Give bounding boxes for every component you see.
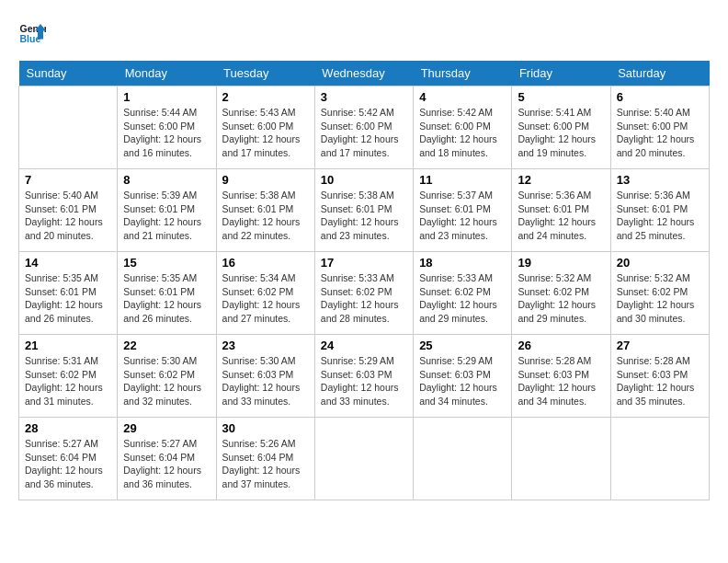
day-content: Sunrise: 5:42 AM Sunset: 6:00 PM Dayligh… [419,106,506,160]
weekday-header-thursday: Thursday [414,61,512,86]
day-number: 6 [617,90,703,104]
day-content: Sunrise: 5:26 AM Sunset: 6:04 PM Dayligh… [222,437,309,491]
calendar-cell: 28Sunrise: 5:27 AM Sunset: 6:04 PM Dayli… [19,418,118,500]
day-content: Sunrise: 5:39 AM Sunset: 6:01 PM Dayligh… [123,189,210,243]
logo: General Blue [18,18,48,46]
day-content: Sunrise: 5:34 AM Sunset: 6:02 PM Dayligh… [222,271,309,326]
day-number: 7 [25,173,111,187]
day-content: Sunrise: 5:41 AM Sunset: 6:00 PM Dayligh… [518,106,604,160]
day-number: 20 [617,256,703,270]
calendar-cell: 10Sunrise: 5:38 AM Sunset: 6:01 PM Dayli… [314,169,413,252]
day-number: 4 [419,90,506,104]
day-content: Sunrise: 5:30 AM Sunset: 6:03 PM Dayligh… [222,354,309,408]
calendar-cell: 21Sunrise: 5:31 AM Sunset: 6:02 PM Dayli… [19,335,118,418]
calendar-cell: 11Sunrise: 5:37 AM Sunset: 6:01 PM Dayli… [414,169,512,252]
day-content: Sunrise: 5:27 AM Sunset: 6:04 PM Dayligh… [25,437,111,491]
day-content: Sunrise: 5:29 AM Sunset: 6:03 PM Dayligh… [419,354,506,408]
day-content: Sunrise: 5:29 AM Sunset: 6:03 PM Dayligh… [321,354,407,408]
day-number: 29 [123,421,210,435]
calendar-cell: 9Sunrise: 5:38 AM Sunset: 6:01 PM Daylig… [216,169,314,252]
day-content: Sunrise: 5:27 AM Sunset: 6:04 PM Dayligh… [123,437,210,491]
calendar-cell [19,86,118,169]
calendar-cell: 25Sunrise: 5:29 AM Sunset: 6:03 PM Dayli… [414,335,512,418]
day-number: 23 [222,339,309,352]
calendar-cell: 3Sunrise: 5:42 AM Sunset: 6:00 PM Daylig… [314,86,413,169]
calendar-cell: 15Sunrise: 5:35 AM Sunset: 6:01 PM Dayli… [118,252,216,335]
day-content: Sunrise: 5:33 AM Sunset: 6:02 PM Dayligh… [419,271,506,326]
day-content: Sunrise: 5:40 AM Sunset: 6:01 PM Dayligh… [25,189,111,243]
calendar-cell: 6Sunrise: 5:40 AM Sunset: 6:00 PM Daylig… [610,86,709,169]
calendar-cell: 2Sunrise: 5:43 AM Sunset: 6:00 PM Daylig… [216,86,314,169]
calendar-cell: 1Sunrise: 5:44 AM Sunset: 6:00 PM Daylig… [118,86,216,169]
day-content: Sunrise: 5:38 AM Sunset: 6:01 PM Dayligh… [222,189,309,243]
day-number: 3 [321,90,407,104]
calendar-week-4: 21Sunrise: 5:31 AM Sunset: 6:02 PM Dayli… [19,335,710,418]
day-number: 14 [25,256,111,270]
calendar-cell [314,418,413,500]
calendar-week-2: 7Sunrise: 5:40 AM Sunset: 6:01 PM Daylig… [19,169,710,252]
weekday-header-friday: Friday [512,61,610,86]
day-number: 24 [321,339,407,352]
calendar-cell: 20Sunrise: 5:32 AM Sunset: 6:02 PM Dayli… [610,252,709,335]
svg-text:Blue: Blue [20,33,41,44]
day-content: Sunrise: 5:35 AM Sunset: 6:01 PM Dayligh… [25,271,111,326]
calendar-week-1: 1Sunrise: 5:44 AM Sunset: 6:00 PM Daylig… [19,86,710,169]
day-number: 10 [321,173,407,187]
calendar-cell: 16Sunrise: 5:34 AM Sunset: 6:02 PM Dayli… [216,252,314,335]
calendar-cell: 23Sunrise: 5:30 AM Sunset: 6:03 PM Dayli… [216,335,314,418]
day-number: 25 [419,339,506,352]
calendar-cell: 5Sunrise: 5:41 AM Sunset: 6:00 PM Daylig… [512,86,610,169]
day-number: 2 [222,90,309,104]
day-number: 1 [123,90,210,104]
day-number: 26 [518,339,604,352]
day-content: Sunrise: 5:28 AM Sunset: 6:03 PM Dayligh… [617,354,703,408]
day-content: Sunrise: 5:32 AM Sunset: 6:02 PM Dayligh… [518,271,604,326]
day-number: 28 [25,421,111,435]
day-number: 16 [222,256,309,270]
day-content: Sunrise: 5:40 AM Sunset: 6:00 PM Dayligh… [617,106,703,160]
day-content: Sunrise: 5:43 AM Sunset: 6:00 PM Dayligh… [222,106,309,160]
day-number: 21 [25,339,111,352]
calendar-cell: 12Sunrise: 5:36 AM Sunset: 6:01 PM Dayli… [512,169,610,252]
page-header: General Blue [18,18,710,46]
calendar-table: SundayMondayTuesdayWednesdayThursdayFrid… [18,61,710,500]
logo-icon: General Blue [18,18,46,46]
calendar-week-5: 28Sunrise: 5:27 AM Sunset: 6:04 PM Dayli… [19,418,710,500]
day-number: 5 [518,90,604,104]
weekday-header-monday: Monday [118,61,216,86]
calendar-cell: 22Sunrise: 5:30 AM Sunset: 6:02 PM Dayli… [118,335,216,418]
calendar-cell [414,418,512,500]
day-number: 13 [617,173,703,187]
calendar-cell: 8Sunrise: 5:39 AM Sunset: 6:01 PM Daylig… [118,169,216,252]
day-number: 30 [222,421,309,435]
day-content: Sunrise: 5:33 AM Sunset: 6:02 PM Dayligh… [321,271,407,326]
calendar-cell: 26Sunrise: 5:28 AM Sunset: 6:03 PM Dayli… [512,335,610,418]
day-content: Sunrise: 5:30 AM Sunset: 6:02 PM Dayligh… [123,354,210,408]
day-content: Sunrise: 5:36 AM Sunset: 6:01 PM Dayligh… [617,189,703,243]
calendar-cell [610,418,709,500]
weekday-header-sunday: Sunday [19,61,118,86]
day-number: 17 [321,256,407,270]
calendar-cell: 24Sunrise: 5:29 AM Sunset: 6:03 PM Dayli… [314,335,413,418]
day-content: Sunrise: 5:32 AM Sunset: 6:02 PM Dayligh… [617,271,703,326]
day-number: 27 [617,339,703,352]
day-number: 18 [419,256,506,270]
day-content: Sunrise: 5:42 AM Sunset: 6:00 PM Dayligh… [321,106,407,160]
calendar-week-3: 14Sunrise: 5:35 AM Sunset: 6:01 PM Dayli… [19,252,710,335]
calendar-cell: 4Sunrise: 5:42 AM Sunset: 6:00 PM Daylig… [414,86,512,169]
day-number: 15 [123,256,210,270]
day-number: 19 [518,256,604,270]
calendar-cell: 27Sunrise: 5:28 AM Sunset: 6:03 PM Dayli… [610,335,709,418]
calendar-cell: 30Sunrise: 5:26 AM Sunset: 6:04 PM Dayli… [216,418,314,500]
weekday-header-saturday: Saturday [610,61,709,86]
day-content: Sunrise: 5:35 AM Sunset: 6:01 PM Dayligh… [123,271,210,326]
calendar-cell: 13Sunrise: 5:36 AM Sunset: 6:01 PM Dayli… [610,169,709,252]
day-content: Sunrise: 5:28 AM Sunset: 6:03 PM Dayligh… [518,354,604,408]
day-content: Sunrise: 5:44 AM Sunset: 6:00 PM Dayligh… [123,106,210,160]
day-number: 8 [123,173,210,187]
weekday-header-wednesday: Wednesday [314,61,413,86]
day-content: Sunrise: 5:36 AM Sunset: 6:01 PM Dayligh… [518,189,604,243]
calendar-cell [512,418,610,500]
calendar-cell: 29Sunrise: 5:27 AM Sunset: 6:04 PM Dayli… [118,418,216,500]
day-content: Sunrise: 5:37 AM Sunset: 6:01 PM Dayligh… [419,189,506,243]
